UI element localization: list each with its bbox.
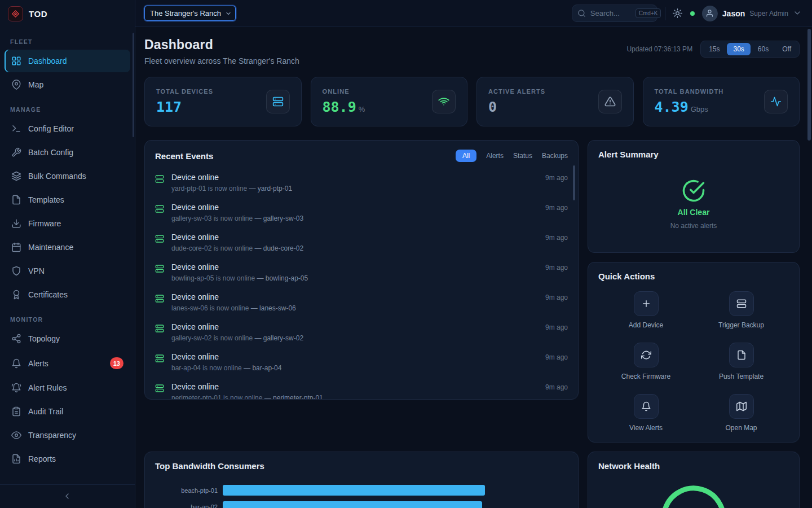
event-detail: dude-core-02 is now online — dude-core-0…: [171, 244, 303, 252]
server-icon: [155, 294, 164, 303]
event-row[interactable]: Device online perimeter-ptp-01 is now on…: [155, 377, 568, 399]
sidebar-item-dashboard[interactable]: Dashboard: [5, 50, 130, 72]
refresh-30s-button[interactable]: 30s: [727, 43, 750, 55]
sidebar-item-label: Batch Config: [28, 148, 73, 157]
sidebar-item-firmware[interactable]: Firmware: [5, 212, 130, 235]
sidebar-item-certificates[interactable]: Certificates: [5, 283, 130, 306]
quick-action-view-alerts[interactable]: View Alerts: [598, 394, 694, 432]
sidebar-item-vpn[interactable]: VPN: [5, 260, 130, 282]
sidebar-scrollbar[interactable]: [133, 33, 134, 137]
event-row[interactable]: Device online dude-core-02 is now online…: [155, 227, 568, 257]
event-time: 9m ago: [545, 262, 568, 271]
quick-action-add-device[interactable]: Add Device: [598, 291, 694, 329]
quick-action-check-firmware[interactable]: Check Firmware: [598, 343, 694, 380]
bandwidth-title: Top Bandwidth Consumers: [155, 461, 264, 471]
alert-triangle-icon: [598, 90, 622, 113]
bell-ring-icon: [11, 383, 21, 393]
sidebar-item-maintenance[interactable]: Maintenance: [5, 236, 130, 259]
sidebar-item-batch-config[interactable]: Batch Config: [5, 141, 130, 164]
stat-label: TOTAL BANDWIDTH: [655, 88, 724, 95]
shield-icon: [11, 266, 21, 276]
sidebar-item-label: Transparency: [28, 431, 76, 440]
alerts-count-badge: 13: [110, 357, 123, 369]
event-row[interactable]: Device online bowling-ap-05 is now onlin…: [155, 257, 568, 287]
clipboard-icon: [11, 406, 21, 417]
report-file-icon: [11, 454, 21, 464]
sun-icon: [673, 8, 683, 19]
event-detail: bowling-ap-05 is now online — bowling-ap…: [171, 274, 308, 282]
sidebar-item-map[interactable]: Map: [5, 73, 130, 96]
stat-value: 4.39Gbps: [655, 99, 724, 115]
sidebar-item-audit-trail[interactable]: Audit Trail: [5, 400, 130, 423]
sidebar-nav: FLEET Dashboard Map MANAGE Config Editor…: [0, 27, 135, 484]
server-icon: [155, 204, 164, 213]
refresh-off-button[interactable]: Off: [776, 43, 797, 55]
bandwidth-chart: beach-ptp-01bar-ap-02: [145, 476, 578, 508]
tab-backups[interactable]: Backups: [542, 152, 568, 160]
sidebar-item-templates[interactable]: Templates: [5, 189, 130, 211]
quick-action-push-template[interactable]: Push Template: [694, 343, 789, 380]
stat-card-total-bandwidth: TOTAL BANDWIDTH 4.39Gbps: [643, 77, 800, 126]
page-subtitle: Fleet overview across The Stranger's Ran…: [144, 56, 299, 65]
event-row[interactable]: Device online gallery-sw-02 is now onlin…: [155, 317, 568, 347]
search-icon: [577, 9, 586, 17]
refresh-15s-button[interactable]: 15s: [703, 43, 726, 55]
file-icon: [11, 195, 21, 205]
sidebar-item-topology[interactable]: Topology: [5, 327, 130, 350]
sidebar-item-transparency[interactable]: Transparency: [5, 424, 130, 446]
event-title: Device online: [171, 352, 281, 361]
sidebar-item-reports[interactable]: Reports: [5, 448, 130, 470]
bell-icon: [11, 358, 21, 369]
recent-events-card: Recent Events All Alerts Status Backups …: [144, 140, 579, 400]
event-row[interactable]: Device online bar-ap-04 is now online — …: [155, 347, 568, 377]
events-filter-tabs: All Alerts Status Backups: [456, 150, 568, 162]
site-selector[interactable]: The Stranger's Ranch: [144, 6, 236, 21]
event-time: 9m ago: [545, 173, 568, 182]
network-health-card: Network Health: [588, 452, 800, 508]
main-scrollbar[interactable]: [807, 29, 811, 506]
user-menu[interactable]: Jason Super Admin: [702, 6, 803, 21]
event-title: Device online: [171, 322, 303, 331]
sidebar-item-alerts[interactable]: Alerts 13: [5, 351, 130, 375]
calendar-icon: [11, 242, 21, 252]
bandwidth-bar-row: bar-ap-02: [155, 498, 568, 508]
event-title: Device online: [171, 262, 308, 271]
theme-toggle-button[interactable]: [673, 8, 683, 19]
sidebar-collapse-button[interactable]: [0, 484, 135, 508]
search-box[interactable]: Cmd+K: [572, 5, 657, 22]
tab-alerts[interactable]: Alerts: [486, 152, 504, 160]
tab-all[interactable]: All: [456, 150, 476, 162]
refresh-60s-button[interactable]: 60s: [752, 43, 775, 55]
sidebar-item-label: Reports: [28, 454, 56, 463]
quick-action-open-map[interactable]: Open Map: [694, 394, 789, 432]
sidebar-section-manage: MANAGE: [5, 97, 130, 117]
search-shortcut-badge: Cmd+K: [636, 8, 661, 18]
event-title: Device online: [171, 292, 296, 301]
sidebar-item-alert-rules[interactable]: Alert Rules: [5, 376, 130, 399]
alert-status-subtext: No active alerts: [670, 222, 717, 230]
tab-status[interactable]: Status: [513, 152, 532, 160]
sidebar-item-bulk-commands[interactable]: Bulk Commands: [5, 165, 130, 187]
event-row[interactable]: Device online gallery-sw-03 is now onlin…: [155, 198, 568, 227]
recent-events-title: Recent Events: [155, 151, 213, 161]
bandwidth-bar-label: beach-ptp-01: [155, 487, 223, 494]
server-icon: [155, 384, 164, 393]
stat-label: ONLINE: [323, 88, 365, 95]
file-icon: [729, 343, 754, 367]
chevron-down-icon: [793, 8, 803, 19]
event-detail: lanes-sw-06 is now online — lanes-sw-06: [171, 304, 296, 312]
events-scrollbar[interactable]: [573, 165, 575, 200]
event-title: Device online: [171, 203, 303, 212]
event-row[interactable]: Device online lanes-sw-06 is now online …: [155, 287, 568, 317]
wifi-icon: [432, 90, 456, 113]
refresh-interval-control: 15s 30s 60s Off: [700, 41, 800, 58]
stat-value: 88.9%: [323, 99, 365, 115]
server-icon: [729, 291, 754, 316]
check-circle-icon: [682, 179, 705, 203]
sidebar-item-label: Firmware: [28, 219, 61, 228]
event-row[interactable]: Device online yard-ptp-01 is now online …: [155, 168, 568, 198]
wrench-icon: [11, 147, 21, 157]
search-input[interactable]: [590, 9, 631, 17]
quick-action-trigger-backup[interactable]: Trigger Backup: [694, 291, 789, 329]
sidebar-item-config-editor[interactable]: Config Editor: [5, 117, 130, 140]
